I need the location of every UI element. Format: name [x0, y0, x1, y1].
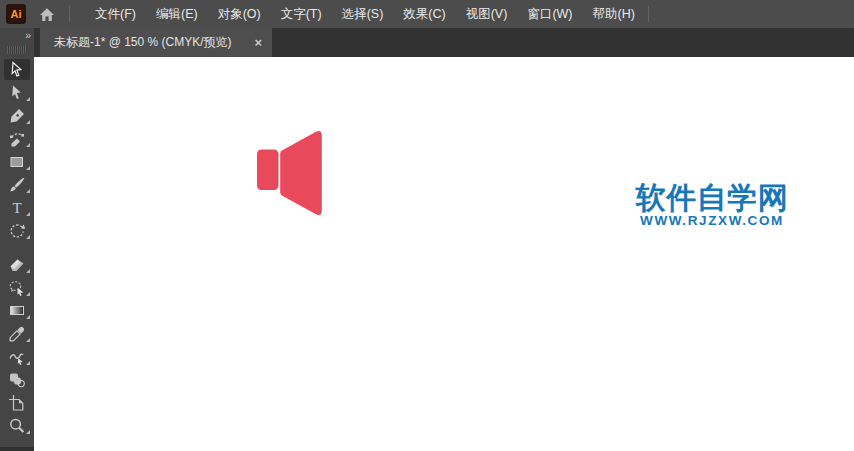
menubar-divider	[648, 6, 649, 22]
tool-eyedropper[interactable]	[0, 322, 34, 345]
tool-zoom[interactable]	[0, 414, 34, 437]
artboard-canvas[interactable]: 软件自学网 WWW.RJZXW.COM	[34, 57, 854, 451]
speaker-horn-shape[interactable]	[280, 131, 322, 215]
paintbrush-tool-icon	[8, 176, 26, 194]
tool-direct-selection[interactable]	[0, 81, 34, 104]
menu-object[interactable]: 对象(O)	[208, 0, 271, 28]
tool-rectangle[interactable]	[0, 150, 34, 173]
adobe-illustrator-logo-icon[interactable]: Ai	[6, 4, 26, 24]
menu-window[interactable]: 窗口(W)	[517, 0, 582, 28]
menu-edit[interactable]: 编辑(E)	[146, 0, 208, 28]
close-tab-icon[interactable]: ×	[254, 35, 262, 50]
document-tab[interactable]: 未标题-1* @ 150 % (CMYK/预览) ×	[40, 28, 272, 57]
menu-type[interactable]: 文字(T)	[271, 0, 332, 28]
rotate-tool-icon	[8, 222, 26, 240]
speech-bubble-cursor-icon	[8, 279, 26, 297]
menu-file[interactable]: 文件(F)	[85, 0, 146, 28]
eraser-tool-icon	[8, 256, 26, 274]
menu-items: 文件(F) 编辑(E) 对象(O) 文字(T) 选择(S) 效果(C) 视图(V…	[85, 0, 645, 28]
zoom-tool-icon	[8, 417, 26, 435]
illustrator-window: Ai 文件(F) 编辑(E) 对象(O) 文字(T) 选择(S) 效果(C) 视…	[0, 0, 854, 451]
dock-grip-handle[interactable]	[7, 46, 27, 54]
menu-effect[interactable]: 效果(C)	[393, 0, 455, 28]
tool-selection[interactable]	[0, 58, 34, 81]
tool-artboard[interactable]	[0, 391, 34, 414]
selection-tool-icon	[8, 61, 26, 79]
speaker-artwork[interactable]	[257, 128, 325, 218]
svg-text:T: T	[12, 200, 21, 216]
direct-selection-tool-icon	[8, 84, 26, 102]
home-icon	[38, 6, 56, 23]
expand-dock-icon[interactable]: »	[25, 29, 29, 41]
rectangle-tool-icon	[8, 153, 26, 171]
gradient-tool-icon	[10, 306, 24, 315]
speaker-body-shape[interactable]	[257, 150, 279, 191]
tool-paintbrush[interactable]	[0, 173, 34, 196]
pen-tool-icon	[8, 107, 26, 125]
watermark[interactable]: 软件自学网 WWW.RJZXW.COM	[616, 183, 808, 228]
watermark-title[interactable]: 软件自学网	[616, 183, 808, 213]
toolbar-tools: T	[0, 58, 34, 437]
shaper-tool-icon	[8, 348, 26, 366]
tool-blend[interactable]	[0, 368, 34, 391]
dock-footer	[0, 447, 34, 451]
document-tab-title: 未标题-1* @ 150 % (CMYK/预览)	[54, 34, 246, 51]
document-tab-strip: 未标题-1* @ 150 % (CMYK/预览) ×	[34, 28, 854, 57]
tool-pen[interactable]	[0, 104, 34, 127]
tool-curvature[interactable]	[0, 127, 34, 150]
artboard-tool-icon	[8, 394, 26, 412]
menubar-divider	[69, 6, 70, 22]
watermark-url[interactable]: WWW.RJZXW.COM	[616, 214, 808, 228]
curvature-tool-icon	[8, 130, 26, 148]
tool-dock: »	[0, 28, 34, 451]
type-tool-icon: T	[8, 199, 26, 217]
home-button[interactable]	[36, 3, 58, 25]
tool-lasso-bubble[interactable]	[0, 276, 34, 299]
tool-dock-header: »	[0, 28, 34, 58]
menu-bar: Ai 文件(F) 编辑(E) 对象(O) 文字(T) 选择(S) 效果(C) 视…	[0, 0, 854, 28]
blend-tool-icon	[8, 371, 26, 389]
menu-help[interactable]: 帮助(H)	[583, 0, 645, 28]
eyedropper-tool-icon	[8, 325, 26, 343]
tool-eraser[interactable]	[0, 253, 34, 276]
tool-type[interactable]: T	[0, 196, 34, 219]
menu-view[interactable]: 视图(V)	[456, 0, 518, 28]
tool-rotate[interactable]	[0, 219, 34, 242]
menu-select[interactable]: 选择(S)	[332, 0, 394, 28]
tool-shaper[interactable]	[0, 345, 34, 368]
tool-gradient[interactable]	[0, 299, 34, 322]
